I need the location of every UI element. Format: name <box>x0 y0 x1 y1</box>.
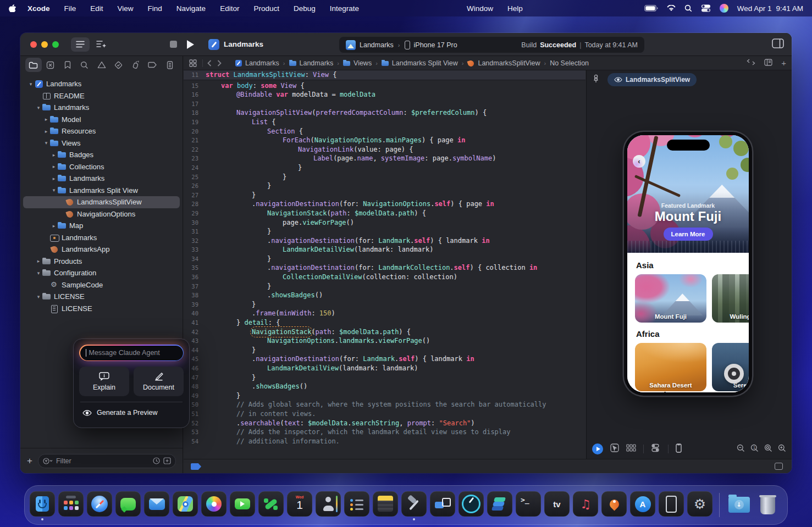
code-line-15[interactable]: 15var body: some View { <box>184 81 585 91</box>
disclosure-open-icon[interactable]: ▾ <box>35 105 42 110</box>
code-line-52[interactable]: 52.searchable(text: $modelData.searchStr… <box>184 419 585 428</box>
learn-more-button[interactable]: Learn More <box>664 228 713 241</box>
dock-app-trash[interactable] <box>755 489 780 522</box>
bookmarks-navigator-icon[interactable] <box>59 58 76 72</box>
dock-app-instruments[interactable] <box>459 489 484 522</box>
crumb-landmarks[interactable]: Landmarks <box>289 59 334 67</box>
iphone-screen[interactable]: Featured Landmark Mount Fuji Learn More … <box>627 135 749 392</box>
issues-navigator-icon[interactable] <box>93 58 110 72</box>
dock-app-rocket[interactable] <box>601 489 627 522</box>
navigator-item-landmarks[interactable]: Landmarks <box>20 232 183 244</box>
code-line-42[interactable]: 42NavigationStack(path: $modelData.path)… <box>184 328 585 337</box>
disclosure-closed-icon[interactable]: ▸ <box>42 117 50 122</box>
navigator-item-model[interactable]: ▸Model <box>20 114 183 126</box>
code-line-38[interactable]: 38.showsBadges() <box>184 291 585 300</box>
add-file-button[interactable]: + <box>27 456 32 467</box>
disclosure-open-icon[interactable]: ▾ <box>27 81 35 87</box>
navigator-item-readme[interactable]: README <box>20 90 183 102</box>
code-line-30[interactable]: 30page.viewForPage() <box>184 218 585 228</box>
explain-button[interactable]: Explain <box>79 367 129 396</box>
code-line-33[interactable]: 33LandmarkDetailView(landmark: landmark) <box>184 245 585 254</box>
code-line-34[interactable]: 34} <box>184 254 585 264</box>
landmark-card-sahara-desert[interactable]: Sahara Desert <box>635 343 706 391</box>
code-line-47[interactable]: 47} <box>184 373 585 382</box>
menu-item-help[interactable]: Help <box>507 4 523 13</box>
code-line-17[interactable]: 17 <box>184 99 585 109</box>
breakpoints-navigator-icon[interactable] <box>145 58 161 72</box>
disclosure-closed-icon[interactable]: ▸ <box>50 176 58 181</box>
code-line-31[interactable]: 31} <box>184 227 585 236</box>
layout-icon[interactable] <box>775 463 783 470</box>
menu-item-window[interactable]: Window <box>467 4 493 13</box>
dock-app-sf-symbols[interactable] <box>487 489 512 522</box>
agent-message-input[interactable]: Message Claude Agent <box>80 346 183 360</box>
dock-app-system-settings[interactable]: ⚙ <box>687 489 712 522</box>
code-line-20[interactable]: 20Section { <box>184 127 585 136</box>
dock-app-facetime[interactable] <box>230 489 255 522</box>
dock-app-notes[interactable] <box>373 489 398 522</box>
code-line-18[interactable]: 18NavigationSplitView(preferredCompactCo… <box>184 108 585 118</box>
pin-icon[interactable] <box>592 74 600 85</box>
zoom-100-icon[interactable]: 1 <box>750 444 759 454</box>
menu-item-integrate[interactable]: Integrate <box>330 4 359 13</box>
dock-app-safari[interactable] <box>87 489 112 522</box>
selectable-mode-icon[interactable] <box>610 443 619 454</box>
reports-navigator-icon[interactable] <box>162 58 178 72</box>
preview-tab[interactable]: LandmarksSplitView <box>607 73 697 86</box>
navigator-item-license[interactable]: LICENSE <box>20 303 183 315</box>
menu-item-view[interactable]: View <box>118 4 134 13</box>
back-button[interactable]: ‹ <box>633 155 645 168</box>
minimize-button[interactable] <box>41 41 48 48</box>
menu-item-editor[interactable]: Editor <box>220 4 239 13</box>
navigator-item-collections[interactable]: ▸Collections <box>20 161 183 173</box>
dock-app-downloads[interactable]: ↓ <box>726 489 752 522</box>
dock-app-photos[interactable] <box>201 489 227 522</box>
code-line-26[interactable]: 26} <box>184 181 585 191</box>
landmark-card-mount-fuji[interactable]: Mount Fuji <box>635 274 706 323</box>
run-button[interactable] <box>187 40 194 49</box>
navigator-item-configuration[interactable]: ▾Configuration <box>20 267 183 279</box>
navigator-item-landmarkssplitview[interactable]: LandmarksSplitView <box>20 196 183 208</box>
code-line-25[interactable]: 25} <box>184 173 585 182</box>
compose-sparkle-icon[interactable] <box>92 37 111 52</box>
disclosure-open-icon[interactable]: ▾ <box>50 187 58 193</box>
navigator-item-resources[interactable]: ▸Resources <box>20 125 183 137</box>
device-settings-icon[interactable] <box>651 443 661 454</box>
add-editor-icon[interactable]: + <box>781 58 786 68</box>
disclosure-open-icon[interactable]: ▾ <box>35 270 42 276</box>
menu-time[interactable]: 9:41 AM <box>776 4 803 13</box>
dock-app-messages[interactable] <box>115 489 141 522</box>
preview-device-icon[interactable] <box>676 443 682 455</box>
run-destination[interactable]: iPhone 17 Pro <box>414 41 457 49</box>
code-line-19[interactable]: 19List { <box>184 118 585 127</box>
navigator-item-landmarks[interactable]: ▸Landmarks <box>20 173 183 185</box>
code-line-23[interactable]: 23Label(page.name, systemImage: page.sym… <box>184 154 585 163</box>
code-line-11[interactable]: 11struct LandmarksSplitView: View { <box>184 70 585 80</box>
dock-app-reminders[interactable] <box>344 489 369 522</box>
battery-icon[interactable] <box>644 5 658 12</box>
code-line-22[interactable]: 22NavigationLink(value: page) { <box>184 145 585 154</box>
search-icon[interactable] <box>684 4 692 12</box>
code-line-48[interactable]: 48.showsBadges() <box>184 382 585 391</box>
code-line-51[interactable]: 51// in content views. <box>184 409 585 419</box>
disclosure-closed-icon[interactable]: ▸ <box>50 223 58 229</box>
code-editor[interactable]: 11struct LandmarksSplitView: View {15var… <box>184 70 585 459</box>
navigator-item-navigationoptions[interactable]: NavigationOptions <box>20 208 183 220</box>
filter-field[interactable]: Filter <box>38 454 176 468</box>
dock-app-freeform[interactable] <box>430 489 455 522</box>
live-preview-button[interactable] <box>592 443 603 454</box>
menu-date[interactable]: Wed Apr 1 <box>737 4 772 13</box>
menu-item-edit[interactable]: Edit <box>90 4 103 13</box>
navigator-item-samplecode[interactable]: SampleCode <box>20 279 183 291</box>
dock-app-phone[interactable] <box>258 489 284 522</box>
code-line-16[interactable]: 16@Bindable var modelData = modelData <box>184 90 585 99</box>
zoom-fit-icon[interactable] <box>764 444 772 454</box>
dock-app-apple-tv[interactable]: tv <box>544 489 570 522</box>
zoom-out-icon[interactable] <box>737 444 745 454</box>
navigator-item-landmarksapp[interactable]: LandmarksApp <box>20 243 183 256</box>
code-line-28[interactable]: 28.navigationDestination(for: Navigation… <box>184 199 585 209</box>
code-line-43[interactable]: 43NavigationOptions.landmarks.viewForPag… <box>184 336 585 346</box>
scheme-name[interactable]: Landmarks <box>360 41 394 49</box>
dock-app-finder[interactable] <box>30 489 55 522</box>
dock-app-launchpad[interactable] <box>58 489 84 522</box>
